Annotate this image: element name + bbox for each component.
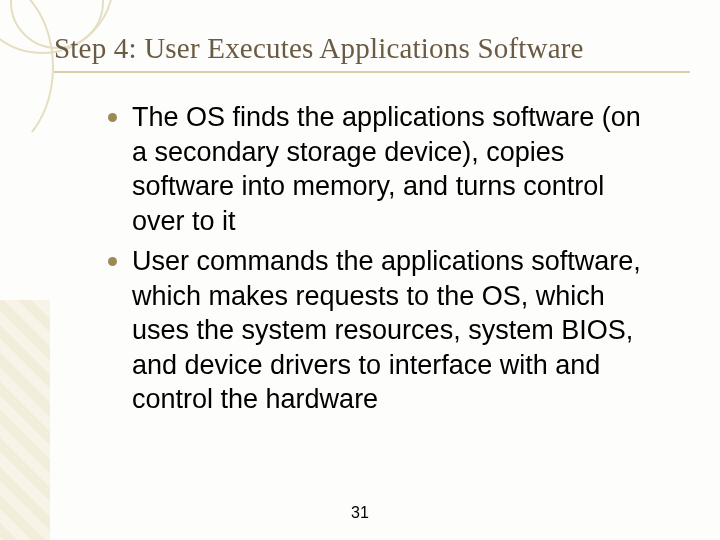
bullet-list: The OS finds the applications software (… [108,100,660,417]
bullet-item: The OS finds the applications software (… [108,100,660,238]
slide-container: Step 4: User Executes Applications Softw… [0,0,720,540]
page-number: 31 [0,504,720,522]
slide-title: Step 4: User Executes Applications Softw… [54,32,690,73]
bullet-item: User commands the applications software,… [108,244,660,417]
slide-body: The OS finds the applications software (… [108,100,660,423]
